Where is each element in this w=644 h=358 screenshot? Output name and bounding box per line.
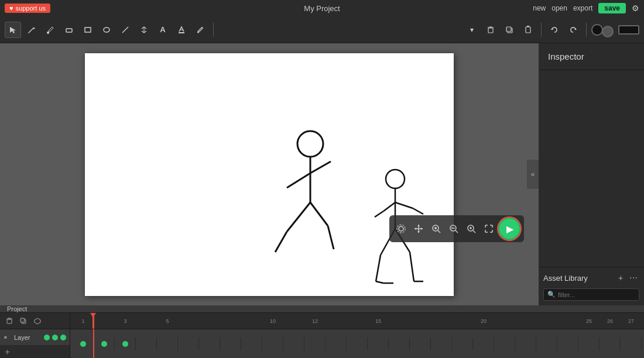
- foreground-color[interactable]: [591, 24, 603, 36]
- project-tab-label: Project: [7, 305, 27, 312]
- asset-options-button[interactable]: ⋯: [628, 272, 639, 284]
- pencil-tool-button[interactable]: [23, 22, 40, 38]
- copy-button[interactable]: [501, 22, 518, 38]
- export-button[interactable]: export: [573, 4, 592, 12]
- svg-line-46: [438, 230, 440, 233]
- add-asset-button[interactable]: +: [615, 272, 626, 284]
- frame-cell-13[interactable]: [326, 338, 347, 350]
- frame-cell-22[interactable]: [515, 338, 536, 350]
- svg-line-41: [410, 252, 414, 281]
- fill-tool-button[interactable]: [173, 22, 190, 38]
- delete-button[interactable]: [482, 22, 499, 38]
- delete-layer-button[interactable]: [4, 315, 15, 327]
- asset-lib-actions: + ⋯: [615, 272, 639, 284]
- frame-cell-23[interactable]: [536, 338, 557, 350]
- frame-number-10: 10: [262, 318, 283, 324]
- heart-icon: ♥: [9, 5, 13, 12]
- line-tool-button[interactable]: [117, 22, 133, 38]
- undo-button[interactable]: [546, 22, 563, 38]
- playhead-line: [93, 329, 94, 358]
- rect-tool-button[interactable]: [80, 22, 96, 38]
- ellipse-tool-button[interactable]: [98, 22, 115, 38]
- layer-list: ● Layer: [0, 329, 70, 346]
- color-palette[interactable]: [618, 25, 639, 35]
- frame-cell-16[interactable]: [389, 338, 410, 350]
- frame-cell-11[interactable]: [283, 338, 304, 350]
- drawing-canvas[interactable]: [85, 53, 454, 296]
- play-button[interactable]: ▶: [498, 218, 520, 240]
- svg-rect-55: [7, 319, 12, 323]
- frame-cell-1[interactable]: [73, 338, 94, 350]
- canvas-area: « ▶: [0, 43, 539, 305]
- eraser-tool-button[interactable]: [61, 22, 77, 38]
- open-button[interactable]: open: [551, 4, 567, 12]
- svg-point-22: [297, 131, 323, 157]
- frame-cell-5[interactable]: [157, 338, 178, 350]
- keyframe-dot-1: [80, 341, 86, 347]
- svg-line-25: [287, 173, 310, 188]
- add-layer-button[interactable]: +: [0, 346, 70, 358]
- redo-button[interactable]: [565, 22, 581, 38]
- frame-cell-17[interactable]: [410, 338, 431, 350]
- layer-keyframe-indicator-2: [52, 335, 58, 340]
- svg-point-12: [197, 31, 199, 33]
- svg-marker-60: [35, 318, 40, 324]
- support-button[interactable]: ♥ support us: [5, 4, 50, 13]
- svg-rect-6: [85, 27, 91, 32]
- frame-cell-7[interactable]: [199, 338, 220, 350]
- frame-cell-2[interactable]: [94, 338, 115, 350]
- frame-cell-21[interactable]: [494, 338, 515, 350]
- layer-keyframe-indicator: [44, 335, 50, 340]
- dropdown-button[interactable]: ▾: [464, 22, 480, 38]
- frame-cell-26[interactable]: [600, 338, 621, 350]
- duplicate-layer-button[interactable]: [18, 315, 29, 327]
- zoom-button[interactable]: [446, 221, 462, 237]
- frame-cell-12[interactable]: [304, 338, 326, 350]
- layer-options-button[interactable]: [32, 315, 43, 327]
- frame-cell-6[interactable]: [178, 338, 199, 350]
- toolbar-divider-2: [541, 23, 542, 37]
- frame-cell-20[interactable]: [473, 338, 494, 350]
- zoom-out-button[interactable]: [463, 221, 479, 237]
- project-title: My Project: [304, 4, 340, 13]
- svg-line-24: [310, 161, 331, 173]
- frame-cell-10[interactable]: [262, 338, 283, 350]
- play-icon: ▶: [506, 223, 513, 235]
- text-tool-button[interactable]: A: [155, 22, 171, 38]
- brush-tool-button[interactable]: [42, 22, 59, 38]
- frame-cell-15[interactable]: [368, 338, 389, 350]
- timeline: Project ● Layer: [0, 305, 644, 358]
- frame-cell-27[interactable]: [621, 338, 642, 350]
- frame-cell-25[interactable]: [578, 338, 600, 350]
- asset-filter-input[interactable]: [558, 291, 635, 298]
- transform-tool-button[interactable]: [136, 22, 152, 38]
- paste-button[interactable]: [520, 22, 536, 38]
- frame-cell-9[interactable]: [241, 338, 262, 350]
- canvas-collapse-button[interactable]: «: [527, 160, 539, 189]
- layer-visibility-toggle[interactable]: ●: [4, 333, 12, 342]
- zoom-fit-button[interactable]: [428, 221, 444, 237]
- frame-cell-24[interactable]: [557, 338, 578, 350]
- settings-button[interactable]: ⚙: [632, 4, 639, 13]
- new-button[interactable]: new: [533, 4, 546, 12]
- background-color[interactable]: [602, 26, 614, 37]
- frames-area: 13510121520252627: [70, 313, 644, 358]
- fullscreen-button[interactable]: [481, 221, 497, 237]
- onion-skin-button[interactable]: [393, 221, 409, 237]
- frame-cell-14[interactable]: [347, 338, 368, 350]
- pan-button[interactable]: [410, 221, 427, 237]
- eyedropper-tool-button[interactable]: [192, 22, 208, 38]
- svg-line-37: [376, 255, 381, 281]
- canvas-svg: [85, 53, 454, 296]
- frame-number-25: 25: [578, 318, 600, 324]
- frame-cell-18[interactable]: [431, 338, 452, 350]
- frame-cell-19[interactable]: [452, 338, 473, 350]
- svg-line-38: [376, 281, 383, 283]
- frame-cell-3[interactable]: [115, 338, 136, 350]
- svg-rect-18: [526, 27, 530, 33]
- frame-cell-8[interactable]: [220, 338, 241, 350]
- frame-cell-4[interactable]: [136, 338, 157, 350]
- svg-point-43: [397, 225, 405, 233]
- save-button[interactable]: save: [598, 3, 626, 13]
- select-tool-button[interactable]: [5, 22, 21, 38]
